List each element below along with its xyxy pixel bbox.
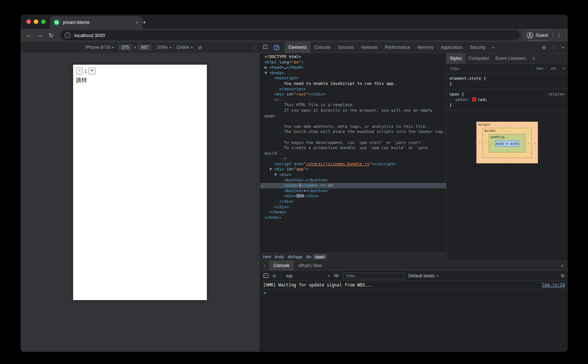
styles-more-tabs-icon[interactable]: » [529, 53, 538, 64]
box-model-border[interactable]: border - - - - padding - - - [483, 128, 532, 158]
dom-tree-line-selected[interactable]: … <span>1</span> == $0 [260, 183, 446, 188]
dom-tree-line[interactable]: ▶ <head>…</head> [260, 65, 446, 71]
toggle-device-toolbar-icon[interactable] [271, 42, 282, 53]
dom-tree-line[interactable]: </html> [260, 215, 446, 221]
new-style-rule-button[interactable]: + [559, 66, 568, 71]
device-width-input[interactable]: 375 [119, 44, 132, 50]
rotate-device-icon[interactable]: ⊘ [198, 44, 202, 50]
console-filter-input[interactable] [345, 273, 402, 278]
css-declaration[interactable]: color:red; [449, 97, 565, 102]
dom-tree-line[interactable]: </div> [260, 199, 446, 205]
throttling-select[interactable]: Online ▾ [176, 45, 193, 50]
dom-tree-line[interactable]: You can add webfonts, meta tags, or anal… [260, 124, 446, 130]
devtools-tab-performance[interactable]: Performance [381, 42, 414, 53]
breadcrumb-html[interactable]: html [263, 255, 271, 259]
dom-tree-line[interactable]: To begin the development, run `npm start… [260, 140, 446, 146]
toggle-hover-state-button[interactable]: :hov [532, 66, 546, 71]
dom-tree-line[interactable] [260, 119, 446, 124]
dom-tree-line[interactable]: <button>-</button> [260, 178, 446, 183]
browser-menu-icon[interactable]: ⋮ [553, 32, 565, 39]
devtools-tab-application[interactable]: Application [437, 42, 466, 53]
execution-context-select[interactable]: top ▾ [286, 273, 330, 278]
breadcrumb-div-app[interactable]: div#app [288, 255, 302, 259]
dom-tree-line[interactable]: <noscript> [260, 76, 446, 81]
dom-tree-line[interactable]: <button>+</button> [260, 188, 446, 194]
drawer-menu-icon[interactable]: ⋮ [260, 263, 269, 269]
dom-tree-line[interactable]: ▼ <div> [260, 172, 446, 178]
node-menu-dots[interactable]: … [261, 183, 263, 188]
rule-source-link[interactable]: <style> [548, 91, 565, 97]
window-close-button[interactable] [26, 19, 31, 24]
dom-tree-line[interactable]: <html lang="en"> [260, 60, 446, 65]
device-select[interactable]: iPhone 6/7/8 ▾ [85, 45, 114, 50]
dom-tree-line[interactable]: You need to enable JavaScript to run thi… [260, 81, 446, 87]
dom-tree-line[interactable]: ▼ <body> [260, 71, 446, 76]
browser-tab[interactable]: M preact-kbone × [50, 16, 143, 29]
forward-icon[interactable]: → [35, 32, 46, 39]
page-jump-link[interactable]: 跳转 [76, 77, 204, 84]
console-log-source-link[interactable]: log.js:24 [542, 282, 565, 288]
console-tab-what-s-new[interactable]: What's New [294, 261, 326, 270]
page-minus-button[interactable]: - [76, 68, 83, 75]
back-icon[interactable]: ← [24, 32, 35, 39]
clear-console-icon[interactable]: ⊘ [272, 273, 276, 278]
profile-button[interactable]: Guest [524, 30, 553, 41]
styles-tab-styles[interactable]: Styles [447, 53, 465, 64]
dom-tree-line[interactable]: ▼ <div id="app"> [260, 167, 446, 172]
url-bar[interactable]: i localhost:3000 [60, 30, 520, 40]
devtools-settings-icon[interactable]: ⚙ [539, 45, 549, 50]
dom-tree-line[interactable] [260, 135, 446, 140]
more-tabs-icon[interactable]: » [489, 42, 498, 53]
dom-tree-line[interactable]: </div> [260, 205, 446, 210]
breadcrumb-body[interactable]: body [275, 255, 284, 259]
dom-tree-line[interactable]: <!-- [260, 97, 446, 103]
device-height-input[interactable]: 667 [138, 44, 151, 50]
drawer-close-icon[interactable]: × [557, 263, 568, 269]
dom-tree-line[interactable]: </body> [260, 210, 446, 215]
reload-icon[interactable]: ↻ [46, 32, 57, 39]
dom-tree-line[interactable]: This HTML file is a template. [260, 102, 446, 108]
devtools-tab-memory[interactable]: Memory [414, 42, 437, 53]
devtools-close-icon[interactable]: × [558, 45, 568, 50]
inspect-element-icon[interactable] [260, 42, 271, 53]
styles-tab-computed[interactable]: Computed [465, 53, 492, 64]
dom-tree-line[interactable]: The build step will place the bundled sc… [260, 129, 446, 135]
styles-filter-input[interactable] [449, 66, 532, 71]
dom-tree-line[interactable]: <div id="root"></div> [260, 92, 446, 97]
dom-tree-line[interactable]: <!DOCTYPE html> [260, 54, 446, 60]
live-expression-eye-icon[interactable] [333, 274, 339, 278]
devtools-tab-security[interactable]: Security [466, 42, 489, 53]
devtools-tab-console[interactable]: Console [311, 42, 334, 53]
devtools-tab-network[interactable]: Network [358, 42, 381, 53]
console-sidebar-icon[interactable] [263, 273, 269, 278]
devtools-tab-sources[interactable]: Sources [334, 42, 358, 53]
console-settings-icon[interactable]: ⚙ [560, 273, 565, 278]
zoom-select[interactable]: 100% ▾ [157, 45, 171, 50]
console-empty-area[interactable] [260, 296, 568, 352]
dom-tree-line[interactable]: <div>跳转</div> [260, 194, 446, 199]
page-plus-button[interactable]: + [89, 68, 96, 75]
breadcrumb-span[interactable]: span [313, 254, 327, 259]
log-levels-select[interactable]: Default levels ▾ [408, 273, 438, 278]
dom-tree-line[interactable]: <script src="/static/js/index.bundle.js"… [260, 162, 446, 167]
devtools-tab-elements[interactable]: Elements [285, 42, 311, 53]
rule-selector[interactable]: span { [449, 91, 464, 97]
dom-tree-line[interactable]: page. [260, 113, 446, 119]
dom-tree-line[interactable]: If you open it directly in the browser, … [260, 108, 446, 113]
device-toolbar-menu-icon[interactable]: ⋮ [252, 44, 257, 50]
box-model-content[interactable]: auto × auto [495, 140, 519, 147]
console-prompt[interactable]: > [260, 289, 568, 296]
new-tab-button[interactable]: + [140, 19, 148, 26]
dom-tree-line[interactable]: build`. [260, 151, 446, 156]
color-swatch[interactable] [472, 97, 476, 101]
box-model-margin[interactable]: margin - - - - border - - - - [476, 122, 538, 163]
window-zoom-button[interactable] [41, 19, 46, 24]
toggle-class-button[interactable]: .cls [546, 66, 559, 71]
devtools-menu-icon[interactable]: ⋮ [549, 45, 558, 50]
breadcrumb-div[interactable]: div [306, 255, 312, 259]
site-info-icon[interactable]: i [65, 32, 71, 38]
tab-close-icon[interactable]: × [135, 20, 139, 25]
dom-tree-line[interactable]: To create a production bundle, use `npm … [260, 145, 446, 151]
box-model-padding[interactable]: padding - - - - auto × auto [489, 134, 526, 152]
console-tab-console[interactable]: Console [269, 261, 294, 270]
